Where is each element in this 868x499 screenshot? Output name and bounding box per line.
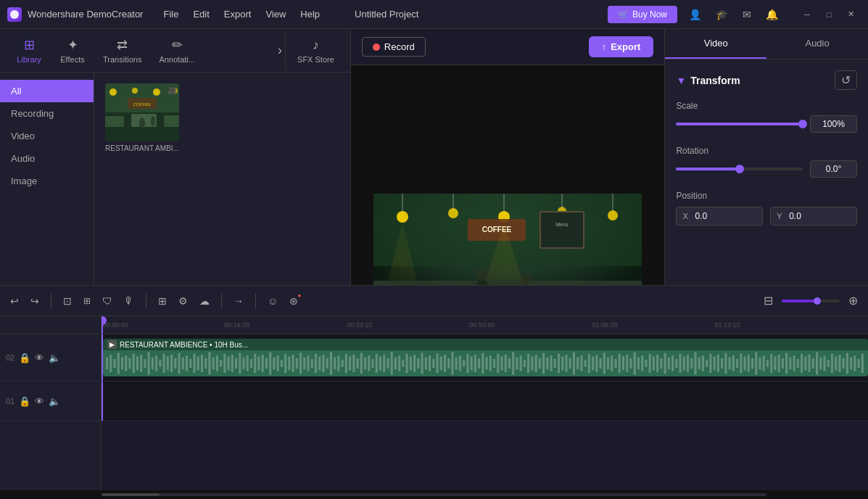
svg-rect-93: [299, 353, 302, 374]
sidebar-item-all[interactable]: All: [0, 80, 94, 102]
svg-rect-240: [858, 359, 860, 368]
svg-rect-229: [816, 352, 818, 374]
ruler-mark-1: 00:16:20: [224, 321, 249, 329]
mail-icon[interactable]: ✉: [738, 7, 756, 22]
zoom-slider[interactable]: [782, 300, 840, 302]
zoom-in-button[interactable]: ⊟: [761, 291, 776, 310]
scrollbar-track[interactable]: [102, 493, 766, 496]
avatar-button[interactable]: ●⊛: [286, 292, 301, 310]
record-button[interactable]: Record: [362, 37, 426, 57]
scale-slider[interactable]: [676, 123, 803, 125]
nav-help[interactable]: Help: [300, 9, 320, 20]
account-icon[interactable]: 👤: [685, 7, 706, 22]
video-toolbar: Record ↑ Export: [351, 29, 665, 65]
reset-transform-button[interactable]: ↺: [835, 70, 857, 90]
rotation-slider[interactable]: [676, 168, 803, 170]
rotation-property: Rotation: [676, 146, 857, 178]
svg-rect-86: [273, 358, 275, 370]
sidebar-item-recording[interactable]: Recording: [0, 102, 94, 125]
nav-view[interactable]: View: [265, 9, 286, 20]
nav-edit[interactable]: Edit: [193, 9, 209, 20]
list-item[interactable]: COFFEE 🎥 RESTAURANT AMBI...: [105, 83, 179, 152]
toolbar-separator-4: [255, 294, 256, 308]
svg-rect-121: [406, 354, 408, 373]
tab-effects[interactable]: ✦ Effects: [51, 31, 94, 70]
tab-transitions[interactable]: ⇄ Transitions: [94, 31, 150, 70]
clip-title: RESTAURANT AMBIENCE • 10H Bus...: [120, 341, 248, 349]
eye-icon-01[interactable]: 👁: [35, 396, 44, 407]
project-title: Untitled Project: [355, 9, 418, 20]
settings-button[interactable]: ⚙: [175, 292, 191, 310]
eye-icon-02[interactable]: 👁: [35, 352, 44, 363]
rotation-value-input[interactable]: [810, 160, 857, 178]
svg-rect-57: [163, 354, 165, 373]
tab-audio[interactable]: Audio: [766, 29, 868, 59]
more-tabs-icon[interactable]: ›: [278, 43, 282, 58]
svg-rect-43: [109, 355, 112, 372]
lock-icon-01[interactable]: 🔒: [19, 396, 30, 407]
maximize-button[interactable]: □: [819, 7, 839, 22]
lock-icon-02[interactable]: 🔒: [19, 352, 30, 363]
audio-icon-01[interactable]: 🔈: [49, 396, 60, 407]
bell-icon[interactable]: 🔔: [761, 7, 782, 22]
emoji-button[interactable]: ☺: [265, 292, 281, 310]
buy-now-button[interactable]: 🛒 Buy Now: [608, 6, 677, 23]
audio-icon-02[interactable]: 🔈: [49, 352, 60, 363]
zoom-fit-button[interactable]: ⊞: [155, 292, 170, 310]
zoom-thumb[interactable]: [814, 297, 821, 305]
scale-value-input[interactable]: [810, 115, 857, 133]
tab-annotations[interactable]: ✏ Annotati...: [150, 31, 204, 70]
svg-rect-122: [410, 356, 412, 370]
shield-button[interactable]: 🛡: [99, 292, 115, 310]
svg-rect-106: [349, 356, 351, 370]
svg-rect-185: [649, 354, 651, 373]
svg-rect-140: [478, 358, 480, 368]
svg-rect-170: [592, 356, 594, 370]
svg-rect-107: [352, 355, 355, 372]
ruler-header-space: [0, 316, 101, 334]
crop-button[interactable]: ⊡: [60, 292, 75, 310]
svg-rect-225: [801, 354, 803, 373]
svg-rect-215: [763, 355, 765, 371]
scrollbar-thumb[interactable]: [102, 493, 160, 496]
nav-file[interactable]: File: [163, 9, 178, 20]
close-button[interactable]: ✕: [840, 7, 861, 22]
undo-button[interactable]: ↩: [7, 292, 22, 310]
svg-rect-80: [250, 359, 252, 368]
x-label: X: [682, 212, 691, 220]
sidebar-item-audio[interactable]: Audio: [0, 147, 94, 170]
collapse-icon[interactable]: ▼: [676, 75, 686, 86]
learn-icon[interactable]: 🎓: [711, 7, 732, 22]
mic-button[interactable]: 🎙: [121, 292, 137, 310]
svg-rect-177: [619, 354, 621, 373]
redo-button[interactable]: ↪: [28, 292, 42, 310]
scale-control: [676, 115, 857, 133]
svg-rect-126: [425, 358, 427, 370]
zoom-out-button[interactable]: ⊕: [846, 291, 861, 310]
nav-export[interactable]: Export: [224, 9, 252, 20]
tab-video[interactable]: Video: [665, 29, 766, 59]
cloud-button[interactable]: ☁: [197, 292, 212, 310]
track-02-number: 02: [6, 353, 15, 362]
timeline-scrollbar[interactable]: [0, 490, 868, 499]
toolbar-separator-3: [221, 294, 222, 308]
scale-thumb[interactable]: [798, 120, 807, 128]
export-button[interactable]: ↑ Export: [589, 36, 654, 57]
svg-rect-149: [512, 352, 514, 374]
svg-rect-45: [117, 353, 120, 374]
ruler-mark-2: 00:33:10: [347, 321, 372, 329]
video-clip[interactable]: ▶ RESTAURANT AMBIENCE • 10H Bus...: [103, 339, 868, 376]
tab-library[interactable]: ⊞ Library: [7, 31, 51, 70]
tab-sfx[interactable]: ♪ SFX Store: [285, 32, 343, 70]
ruler-mark-4: 01:06:20: [592, 321, 617, 329]
minimize-button[interactable]: ─: [797, 7, 817, 22]
window-controls: ─ □ ✕: [797, 7, 861, 22]
sidebar-item-image[interactable]: Image: [0, 170, 94, 192]
svg-rect-113: [376, 354, 378, 373]
sidebar-item-video[interactable]: Video: [0, 125, 94, 147]
svg-rect-116: [387, 358, 389, 368]
svg-rect-50: [136, 356, 139, 370]
rotation-thumb[interactable]: [735, 165, 744, 173]
arrow-button[interactable]: →: [231, 292, 247, 310]
split-button[interactable]: ⊞: [80, 293, 94, 309]
